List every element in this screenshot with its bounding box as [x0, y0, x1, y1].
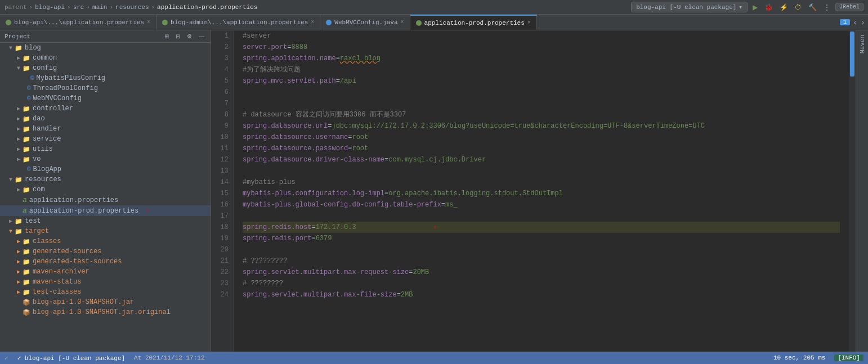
code-line-13	[243, 165, 840, 177]
breadcrumb-parent[interactable]: parent	[5, 4, 27, 11]
tab-close-2[interactable]: ×	[311, 19, 314, 25]
controller-arrow-icon: ▶	[15, 105, 23, 112]
com-folder-icon: 📁	[23, 186, 30, 194]
code-line-2: server.port=8888	[243, 42, 840, 53]
tree-item-resources[interactable]: ▼ 📁 resources	[0, 174, 211, 185]
tree-item-threadpool[interactable]: © ThreadPoolConfig	[0, 83, 211, 93]
tree-item-blog[interactable]: ▼ 📁 blog	[0, 43, 211, 53]
tab-prod-props[interactable]: application-prod.properties ×	[410, 15, 537, 30]
tree-item-handler[interactable]: ▶ 📁 handler	[0, 124, 211, 134]
tree-item-service[interactable]: ▶ 📁 service	[0, 134, 211, 144]
tree-item-utils[interactable]: ▶ 📁 utils	[0, 144, 211, 154]
common-folder-label: common	[33, 54, 57, 62]
line-num-8: 8	[213, 109, 229, 120]
line-num-19: 19	[213, 233, 229, 244]
tab-webmvc[interactable]: WebMVCConfig.java ×	[320, 15, 410, 30]
webmvc-label: WebMVCConfig	[33, 95, 82, 102]
dao-arrow-icon: ▶	[15, 115, 23, 122]
jrebel-badge: JRebel	[835, 3, 863, 11]
breadcrumb-resources[interactable]: resources	[115, 4, 149, 11]
tree-item-vo[interactable]: ▶ 📁 vo	[0, 154, 211, 164]
debug-button[interactable]: 🐞	[763, 3, 775, 12]
code-line-9: spring.datasource.url=jdbc:mysql://172.1…	[243, 120, 840, 132]
app-props-icon: a	[23, 196, 27, 204]
tree-item-app-prod-props[interactable]: a application-prod.properties ←	[0, 205, 211, 216]
line-num-2: 2	[213, 42, 229, 53]
code-line-24: spring.servlet.multipart.max-file-size=2…	[243, 289, 840, 300]
line-num-12: 12	[213, 154, 229, 165]
sidebar-close-button[interactable]: —	[197, 33, 206, 40]
code-line-17	[243, 210, 840, 222]
tree-item-maven-archiver[interactable]: ▶ 📁 maven-archiver	[0, 267, 211, 277]
tree-item-classes[interactable]: ▶ 📁 classes	[0, 236, 211, 246]
tree-item-test-classes[interactable]: ▶ 📁 test-classes	[0, 287, 211, 297]
sidebar-collapse-button[interactable]: ⊟	[174, 33, 182, 40]
tree-item-blogapp[interactable]: © BlogApp	[0, 164, 211, 174]
maven-archiver-arrow-icon: ▶	[15, 268, 23, 275]
gen-sources-label: generated-sources	[33, 248, 101, 255]
line-num-7: 7	[213, 98, 229, 109]
tab-bar: blog-api\...\application.properties × bl…	[0, 15, 868, 30]
webmvc-file-icon: ©	[27, 95, 31, 102]
editor-content[interactable]: 1 2 3 4 5 6 7 8 9 10 11 12 13 14 15 16 1…	[211, 30, 856, 352]
tab-close-3[interactable]: ×	[401, 19, 404, 25]
code-line-18: spring.redis.host=172.17.0.3 ←	[243, 222, 840, 233]
code-line-11: spring.datasource.password=root	[243, 143, 840, 154]
profile-button[interactable]: ⏱	[793, 3, 803, 12]
threadpool-file-icon: ©	[27, 85, 31, 92]
sidebar-gear-icon[interactable]: ⚙	[185, 33, 194, 40]
tab-scroll-right[interactable]: ›	[860, 18, 866, 27]
blog-folder-label: blog	[25, 44, 41, 52]
tree-item-common[interactable]: ▶ 📁 common	[0, 53, 211, 63]
maven-panel: Maven	[856, 30, 868, 352]
tree-item-maven-status[interactable]: ▶ 📁 maven-status	[0, 277, 211, 287]
line-num-14: 14	[213, 177, 229, 188]
breadcrumb-src[interactable]: src	[73, 4, 84, 11]
tab-app-props[interactable]: blog-api\...\application.properties ×	[0, 15, 156, 30]
tree-item-dao[interactable]: ▶ 📁 dao	[0, 114, 211, 124]
run-button[interactable]: ▶	[751, 3, 759, 12]
tab-close-1[interactable]: ×	[147, 19, 150, 25]
tree-item-target[interactable]: ▼ 📁 target	[0, 226, 211, 236]
editor-scrollbar[interactable]	[849, 30, 856, 352]
tree-item-app-props[interactable]: a application.properties	[0, 195, 211, 205]
scrollbar-thumb[interactable]	[850, 32, 854, 77]
tab-admin-props[interactable]: blog-admin\...\application.properties ×	[156, 15, 320, 30]
status-check-icon: ✓	[5, 354, 8, 362]
line-num-16: 16	[213, 199, 229, 210]
config-folder-icon: 📁	[23, 65, 30, 72]
sidebar-expand-button[interactable]: ⊞	[163, 33, 171, 40]
tree-item-mybatisplus[interactable]: © MybatisPlusConfig	[0, 73, 211, 83]
tree-item-snapshot-jar-orig[interactable]: 📦 blog-api-1.0-SNAPSHOT.jar.original	[0, 307, 211, 317]
tab-scroll-left[interactable]: ‹	[852, 18, 858, 27]
gen-test-sources-arrow-icon: ▶	[15, 258, 23, 265]
tab-icon-1	[6, 20, 11, 25]
tree-item-test[interactable]: ▶ 📁 test	[0, 216, 211, 226]
maven-label[interactable]: Maven	[859, 33, 866, 56]
coverage-button[interactable]: ⚡	[778, 3, 790, 12]
tree-item-gen-sources[interactable]: ▶ 📁 generated-sources	[0, 246, 211, 257]
tree-item-config[interactable]: ▼ 📁 config	[0, 63, 211, 73]
build-button[interactable]: 🔨	[807, 3, 818, 12]
breadcrumb-file: application-prod.properties	[157, 4, 257, 11]
code-area[interactable]: #server server.port=8888 spring.applicat…	[234, 30, 849, 352]
gen-test-sources-label: generated-test-sources	[33, 258, 122, 266]
config-folder-label: config	[33, 64, 57, 72]
tree-item-gen-test-sources[interactable]: ▶ 📁 generated-test-sources	[0, 257, 211, 267]
tree-item-webmvc[interactable]: © WebMVCConfig	[0, 93, 211, 104]
code-line-19: spring.redis.port=6379	[243, 233, 840, 244]
code-line-21: # ?????????	[243, 255, 840, 267]
status-timestamp: At 2021/11/12 17:12	[134, 354, 204, 361]
utils-folder-icon: 📁	[23, 146, 30, 153]
run-config-dropdown[interactable]: blog-api [-U clean package] ▾	[631, 2, 748, 12]
breadcrumb-blog-api[interactable]: blog-api	[35, 4, 65, 11]
tree-item-com[interactable]: ▶ 📁 com	[0, 185, 211, 195]
tree-item-snapshot-jar[interactable]: 📦 blog-api-1.0-SNAPSHOT.jar	[0, 297, 211, 307]
more-actions-button[interactable]: ⋮	[822, 3, 832, 12]
tab-close-4[interactable]: ×	[527, 20, 531, 26]
line-num-15: 15	[213, 188, 229, 199]
breadcrumb-main[interactable]: main	[92, 4, 107, 11]
line-num-18: 18	[213, 222, 229, 233]
maven-archiver-label: maven-archiver	[33, 268, 90, 276]
tree-item-controller[interactable]: ▶ 📁 controller	[0, 104, 211, 114]
